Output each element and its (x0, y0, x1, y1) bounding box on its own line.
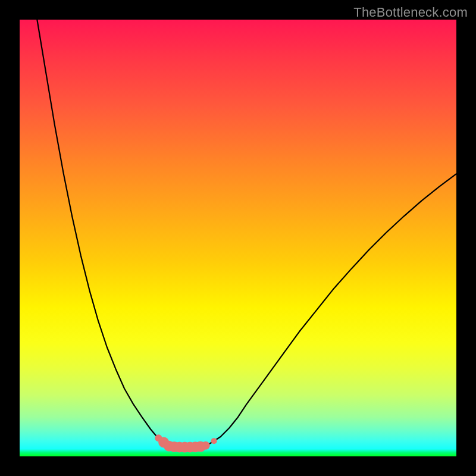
chart-svg (20, 20, 456, 456)
bottleneck-curve (37, 20, 456, 447)
valley-marker (202, 441, 210, 450)
valley-marker (211, 438, 217, 444)
curve-layer (37, 20, 456, 447)
watermark-text: TheBottleneck.com (353, 5, 468, 20)
chart-stage: TheBottleneck.com (0, 0, 476, 476)
plot-area (20, 20, 456, 456)
marker-layer (155, 434, 217, 452)
